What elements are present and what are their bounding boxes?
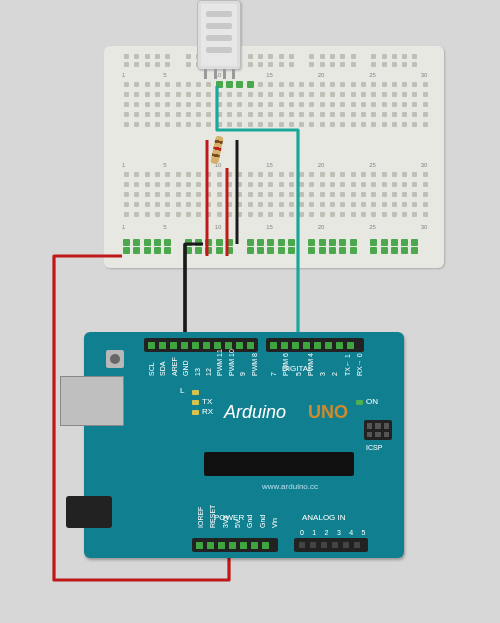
led-on xyxy=(356,400,363,405)
pin-label-13: 13 xyxy=(194,368,201,376)
pin-label-A0: 0 xyxy=(300,529,304,536)
label-icsp: ICSP xyxy=(366,444,382,451)
pin-label-IOREF-0: IOREF xyxy=(197,507,204,528)
pin-label-AREF: AREF xyxy=(171,357,178,376)
label-analogin: ANALOG IN xyxy=(302,513,346,522)
pin-label-5: 5 xyxy=(295,372,302,376)
label-tx: TX xyxy=(202,397,212,406)
pin-label-A3: 3 xyxy=(337,529,341,536)
pin-label-A1: 1 xyxy=(312,529,316,536)
brand-arduino: Arduino xyxy=(224,402,286,423)
pin-label-4: PWM 4 xyxy=(307,353,314,376)
pin-label-0: RX→ 0 xyxy=(356,353,363,376)
header-digital-left[interactable] xyxy=(144,338,258,352)
pin-label-Gnd-4: Gnd xyxy=(246,515,253,528)
pin-label-Gnd-5: Gnd xyxy=(259,515,266,528)
pin-label-10: PWM 10 xyxy=(228,349,235,376)
pin-label-SCL: SCL xyxy=(148,362,155,376)
pin-label-9: 9 xyxy=(239,372,246,376)
label-L: L xyxy=(180,386,184,395)
pin-label-8: PWM 8 xyxy=(251,353,258,376)
power-jack xyxy=(66,496,112,528)
reset-button[interactable] xyxy=(106,350,124,368)
header-analog[interactable] xyxy=(294,538,368,552)
pin-label-1: TX← 1 xyxy=(344,354,351,376)
pin-label-RESET-1: RESET xyxy=(209,505,216,528)
label-rx: RX xyxy=(202,407,213,416)
wire-data-teal xyxy=(217,86,298,346)
pin-label-12: 12 xyxy=(205,368,212,376)
pin-label-A5: 5 xyxy=(362,529,366,536)
pin-label-3V3-2: 3V3 xyxy=(222,516,229,528)
led-rx xyxy=(192,410,199,415)
arduino-board: L TX RX ON DIGITAL POWER ANALOG IN ICSP … xyxy=(84,332,404,558)
pin-label-3: 3 xyxy=(319,372,326,376)
led-tx xyxy=(192,400,199,405)
pin-label-Vin-6: Vin xyxy=(271,518,278,528)
pin-label-A4: 4 xyxy=(349,529,353,536)
brand-model: UNO xyxy=(308,402,348,423)
pin-label-A2: 2 xyxy=(325,529,329,536)
icsp-header[interactable] xyxy=(364,420,392,440)
pin-label-7: 7 xyxy=(270,372,277,376)
usb-port xyxy=(60,376,124,426)
led-L xyxy=(192,390,199,395)
pin-label-11: PWM 11 xyxy=(216,349,223,376)
pin-label-6: PWM 6 xyxy=(282,353,289,376)
header-digital-right[interactable] xyxy=(266,338,364,352)
pin-label-2: 2 xyxy=(331,372,338,376)
brand-url: www.arduino.cc xyxy=(262,482,318,491)
mcu-chip xyxy=(204,452,354,476)
pin-label-SDA: SDA xyxy=(159,362,166,376)
fritzing-canvas: // holes are generated later with JS 111… xyxy=(0,0,500,623)
label-on: ON xyxy=(366,397,378,406)
pin-label-5V-3: 5V xyxy=(234,519,241,528)
header-power[interactable] xyxy=(192,538,278,552)
pin-label-GND: GND xyxy=(182,360,189,376)
